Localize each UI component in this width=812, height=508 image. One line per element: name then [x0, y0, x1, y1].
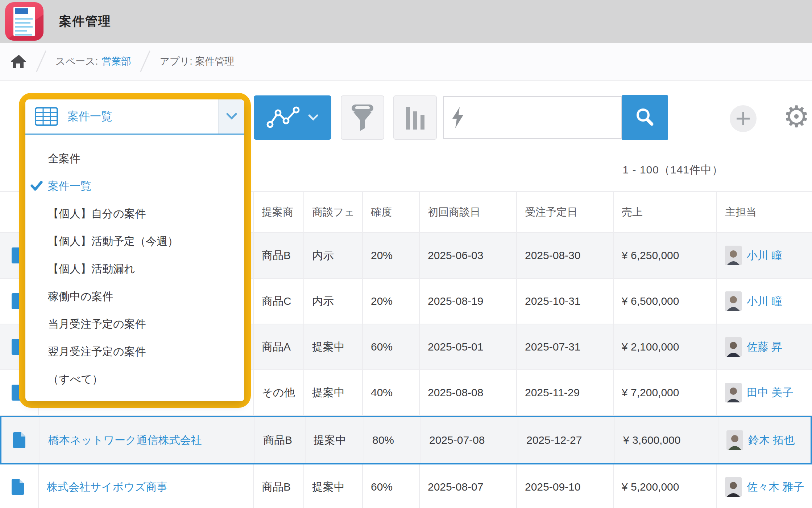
- plus-icon: [735, 111, 751, 127]
- owner-link[interactable]: 佐々木 雅子: [747, 480, 804, 495]
- tutorial-highlight-ring: 案件一覧 全案件 案件一覧 【個人】自分の案件 【個人】活動予定（今週） 【個人…: [19, 93, 251, 408]
- chart-button[interactable]: [393, 95, 437, 140]
- search-icon: [634, 107, 655, 128]
- record-doc-icon[interactable]: [12, 479, 24, 495]
- bar-chart-icon: [406, 106, 424, 130]
- app-icon: [5, 2, 44, 41]
- breadcrumb-space-label: スペース:: [55, 55, 98, 68]
- table-view-icon: [35, 107, 58, 126]
- avatar: [725, 246, 742, 265]
- col-probability[interactable]: 確度: [363, 192, 420, 232]
- avatar: [725, 477, 742, 497]
- lightning-icon: [451, 106, 465, 129]
- gear-icon: ⚙: [783, 102, 810, 132]
- page-title: 案件管理: [59, 0, 111, 43]
- settings-button[interactable]: ⚙: [780, 99, 812, 135]
- add-record-button[interactable]: [730, 105, 757, 132]
- avatar: [726, 430, 743, 450]
- funnel-icon: [351, 103, 374, 132]
- search-button[interactable]: [622, 95, 668, 140]
- breadcrumb-separator: [36, 50, 46, 72]
- graph-menu-button[interactable]: [254, 95, 331, 140]
- owner-link[interactable]: 田中 美子: [747, 385, 793, 400]
- table-row[interactable]: 株式会社サイボウズ商事 商品B 提案中 60% 2025-08-07 2025-…: [0, 464, 812, 508]
- company-link[interactable]: 株式会社サイボウズ商事: [47, 480, 168, 495]
- owner-link[interactable]: 小川 瞳: [747, 294, 782, 309]
- view-menu-item[interactable]: 全案件: [25, 145, 244, 172]
- breadcrumb-app: アプリ: 案件管理: [160, 55, 234, 68]
- col-product[interactable]: 提案商: [254, 192, 304, 232]
- col-owner[interactable]: 主担当: [717, 192, 812, 232]
- home-icon[interactable]: [11, 54, 27, 69]
- view-menu-item[interactable]: 【個人】自分の案件: [25, 200, 244, 228]
- breadcrumb-separator: [140, 50, 151, 72]
- owner-link[interactable]: 小川 瞳: [747, 248, 782, 263]
- company-link[interactable]: 橋本ネットワーク通信株式会社: [48, 433, 202, 448]
- view-menu-item[interactable]: 翌月受注予定の案件: [25, 338, 244, 365]
- view-menu-item[interactable]: 【個人】活動漏れ: [25, 255, 244, 283]
- avatar: [725, 337, 742, 357]
- view-menu-item[interactable]: 当月受注予定の案件: [25, 310, 244, 338]
- table-row-selected[interactable]: 橋本ネットワーク通信株式会社 商品B 提案中 80% 2025-07-08 20…: [0, 416, 812, 464]
- col-phase[interactable]: 商談フェ: [304, 192, 363, 232]
- current-view-label: 案件一覧: [67, 109, 112, 124]
- chevron-down-icon: [308, 114, 319, 121]
- document-icon: [13, 7, 35, 36]
- pagination[interactable]: 1 - 100（141件中）: [623, 163, 723, 177]
- view-menu-item[interactable]: 【個人】活動予定（今週）: [25, 228, 244, 255]
- view-selector-button[interactable]: 案件一覧: [25, 99, 244, 134]
- chevron-down-icon: [218, 99, 244, 134]
- view-menu-item-selected[interactable]: 案件一覧: [25, 172, 244, 200]
- view-menu-item[interactable]: （すべて）: [25, 365, 244, 393]
- view-menu-item[interactable]: 稼働中の案件: [25, 283, 244, 310]
- avatar: [725, 291, 742, 311]
- app-header: 案件管理: [0, 0, 812, 43]
- col-sales[interactable]: 売上: [614, 192, 717, 232]
- record-doc-icon[interactable]: [13, 432, 25, 448]
- col-first-meeting[interactable]: 初回商談日: [420, 192, 517, 232]
- view-menu: 全案件 案件一覧 【個人】自分の案件 【個人】活動予定（今週） 【個人】活動漏れ…: [25, 135, 244, 393]
- check-icon: [30, 180, 43, 194]
- owner-link[interactable]: 佐藤 昇: [747, 340, 782, 355]
- col-expected-order[interactable]: 受注予定日: [517, 192, 614, 232]
- owner-link[interactable]: 鈴木 拓也: [748, 433, 795, 448]
- breadcrumb-space-link[interactable]: 営業部: [102, 55, 131, 68]
- avatar: [725, 383, 742, 402]
- filter-button[interactable]: [341, 95, 384, 140]
- search-input[interactable]: [471, 111, 621, 124]
- view-selector-panel: 案件一覧 全案件 案件一覧 【個人】自分の案件 【個人】活動予定（今週） 【個人…: [25, 99, 244, 401]
- line-chart-icon: [266, 106, 301, 130]
- breadcrumb: スペース: 営業部 アプリ: 案件管理: [0, 43, 812, 81]
- search-field: [443, 96, 622, 139]
